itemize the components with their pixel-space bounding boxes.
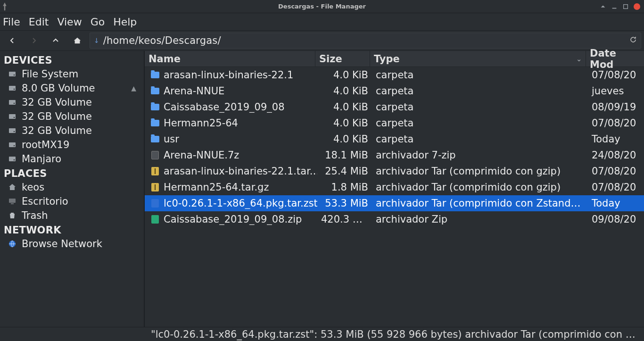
sidebar-item-label: 32 GB Volume — [22, 111, 92, 122]
sidebar-item-label: 32 GB Volume — [22, 97, 92, 108]
desk-icon — [8, 197, 17, 206]
file-name: Hermann25-64.tar.gz — [164, 182, 269, 193]
menu-file[interactable]: File — [3, 16, 20, 28]
svg-point-15 — [14, 159, 15, 161]
file-pane: Name Size Type ⌄ Date Mod arasan-linux-b… — [145, 51, 644, 327]
sidebar-item[interactable]: 8.0 GB Volume▲ — [0, 81, 144, 95]
file-row[interactable]: lc0-0.26.1-1-x86_64.pkg.tar.zst53.3 MiBa… — [145, 195, 644, 211]
file-type: archivador Tar (comprimido con Zstandard… — [372, 198, 588, 209]
svg-rect-1 — [624, 4, 628, 8]
sidebar-head-places: PLACES — [0, 166, 144, 180]
file-date: 07/08/20 — [588, 117, 644, 129]
net-icon — [8, 239, 17, 249]
folder-icon — [150, 134, 160, 144]
menu-go[interactable]: Go — [91, 16, 105, 28]
col-date[interactable]: Date Mod — [586, 51, 644, 67]
file-row[interactable]: Caissabase_2019_09_08.zip420.3 MiBarchiv… — [145, 211, 644, 227]
file-name: arasan-linux-binaries-22.1.tar.… — [164, 166, 317, 177]
home-button[interactable] — [68, 33, 87, 49]
eject-icon[interactable]: ▲ — [131, 84, 140, 92]
svg-point-3 — [14, 75, 15, 76]
svg-rect-10 — [9, 128, 16, 133]
drive-icon — [8, 83, 17, 93]
toolbar: ↓ /home/keos/Descargas/ — [0, 30, 644, 51]
file-type: archivador Tar (comprimido con gzip) — [372, 182, 588, 193]
sidebar: DEVICES File System8.0 GB Volume▲32 GB V… — [0, 51, 145, 327]
sidebar-item[interactable]: Manjaro — [0, 152, 144, 166]
file-row[interactable]: Hermann25-64.tar.gz1.8 MiBarchivador Tar… — [145, 179, 644, 195]
file-size: 4.0 KiB — [317, 85, 372, 97]
file-type: archivador 7-zip — [372, 150, 588, 161]
sidebar-item[interactable]: 32 GB Volume — [0, 124, 144, 138]
roll-up-button[interactable] — [600, 3, 606, 10]
col-type[interactable]: Type ⌄ — [370, 51, 586, 67]
drive-icon — [8, 154, 17, 164]
file-row[interactable]: arasan-linux-binaries-22.14.0 KiBcarpeta… — [145, 67, 644, 83]
sort-indicator-icon: ⌄ — [576, 55, 582, 63]
sidebar-item-label: 32 GB Volume — [22, 125, 92, 136]
close-button[interactable] — [634, 3, 640, 10]
col-size[interactable]: Size — [315, 51, 370, 67]
file-row[interactable]: Hermann25-644.0 KiBcarpeta07/08/20 — [145, 115, 644, 131]
sidebar-item-label: rootMX19 — [22, 139, 69, 150]
file-size: 53.3 MiB — [317, 198, 372, 209]
file-date: 07/08/20 — [588, 182, 644, 193]
drive-icon — [8, 126, 17, 135]
sidebar-item-label: Manjaro — [22, 153, 61, 165]
svg-rect-12 — [9, 142, 16, 147]
file-name: Caissabase_2019_09_08 — [164, 101, 285, 113]
pin-icon[interactable] — [0, 2, 9, 11]
col-name[interactable]: Name — [145, 51, 315, 67]
file-date: Today — [588, 133, 644, 145]
path-text: /home/keos/Descargas/ — [103, 35, 221, 46]
address-bar[interactable]: ↓ /home/keos/Descargas/ — [90, 33, 641, 49]
maximize-button[interactable] — [622, 3, 629, 10]
sidebar-item-label: Trash — [22, 210, 48, 221]
sidebar-item[interactable]: 32 GB Volume — [0, 109, 144, 124]
arch-icon — [150, 166, 160, 176]
file-size: 18.1 MiB — [317, 150, 372, 161]
file-date: 24/08/20 — [588, 150, 644, 161]
file-row[interactable]: Arena-NNUE4.0 KiBcarpetajueves — [145, 83, 644, 99]
file-name: Caissabase_2019_09_08.zip — [164, 214, 302, 225]
file-row[interactable]: arasan-linux-binaries-22.1.tar.…25.4 MiB… — [145, 163, 644, 179]
titlebar: Descargas - File Manager — [0, 0, 644, 13]
statusbar: "lc0-0.26.1-1-x86_64.pkg.tar.zst": 53.3 … — [0, 327, 644, 341]
file-size: 25.4 MiB — [317, 166, 372, 177]
file-size: 4.0 KiB — [317, 133, 372, 145]
menu-help[interactable]: Help — [113, 16, 137, 28]
forward-button[interactable] — [25, 33, 43, 49]
sidebar-item[interactable]: 32 GB Volume — [0, 95, 144, 109]
sidebar-item[interactable]: rootMX19 — [0, 138, 144, 152]
folder-icon — [150, 86, 160, 96]
file-row[interactable]: usr4.0 KiBcarpetaToday — [145, 131, 644, 147]
file-row[interactable]: Caissabase_2019_09_084.0 KiBcarpeta08/09… — [145, 99, 644, 115]
drive-icon — [8, 112, 17, 121]
file-type: archivador Zip — [372, 214, 588, 225]
status-text: "lc0-0.26.1-1-x86_64.pkg.tar.zst": 53.3 … — [151, 329, 636, 340]
sidebar-item[interactable]: File System — [0, 67, 144, 81]
svg-rect-16 — [9, 199, 16, 203]
sidebar-item[interactable]: Browse Network — [0, 237, 144, 251]
reload-button[interactable] — [629, 36, 637, 45]
menu-edit[interactable]: Edit — [29, 16, 49, 28]
svg-rect-2 — [9, 72, 16, 76]
sidebar-item[interactable]: Trash — [0, 208, 144, 223]
folder-icon — [150, 118, 160, 128]
menu-view[interactable]: View — [57, 16, 82, 28]
svg-point-13 — [14, 145, 15, 147]
sidebar-item[interactable]: Escritorio — [0, 194, 144, 208]
sidebar-item-label: 8.0 GB Volume — [22, 83, 95, 94]
zip-icon — [150, 215, 160, 224]
svg-rect-4 — [9, 86, 16, 91]
file-type: carpeta — [372, 85, 588, 97]
file-row[interactable]: Arena-NNUE.7z18.1 MiBarchivador 7-zip24/… — [145, 147, 644, 163]
up-button[interactable] — [46, 33, 65, 49]
file-type: carpeta — [372, 69, 588, 81]
sidebar-item[interactable]: keos — [0, 180, 144, 194]
folder-icon — [150, 102, 160, 112]
file-name: Hermann25-64 — [164, 117, 238, 129]
sidebar-item-label: Escritorio — [22, 196, 68, 207]
minimize-button[interactable] — [611, 3, 618, 10]
back-button[interactable] — [3, 33, 22, 49]
